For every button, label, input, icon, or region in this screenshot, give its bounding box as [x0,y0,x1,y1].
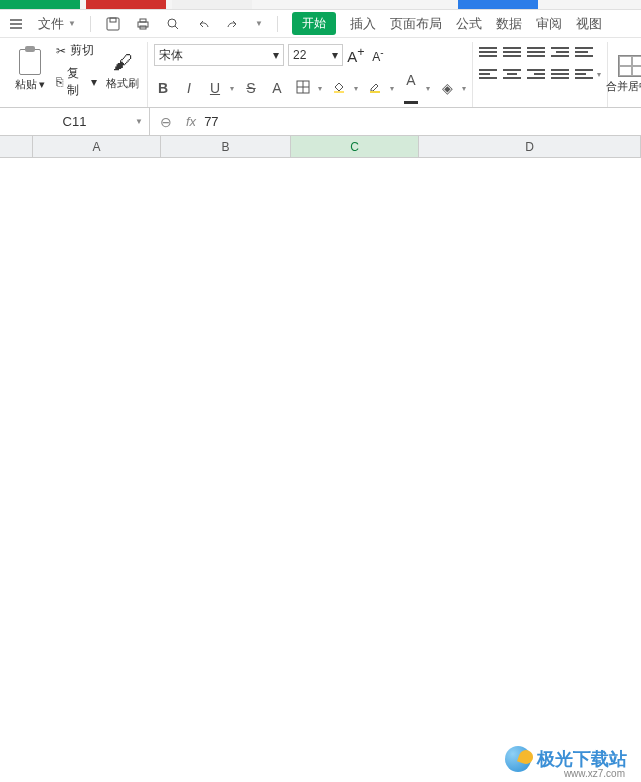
svg-rect-0 [107,18,119,30]
column-header-B[interactable]: B [161,136,291,158]
text-format-button[interactable]: A [268,80,286,96]
document-tabs [0,0,641,10]
merge-center-button[interactable]: 合并居中▾ [606,79,641,94]
menu-review[interactable]: 审阅 [536,15,562,33]
column-header-A[interactable]: A [33,136,161,158]
indent-decrease-button[interactable] [575,44,593,60]
menubar: 文件 ▼ ▼ 开始 插入 页面布局 公式 数据 审阅 视图 [0,10,641,38]
strikethrough-button[interactable]: S [242,80,260,96]
wrap-text-button[interactable] [575,66,593,82]
svg-rect-1 [110,18,116,22]
print-icon[interactable] [135,16,151,32]
svg-point-5 [168,19,176,27]
svg-rect-8 [370,91,380,93]
file-menu[interactable]: 文件 ▼ [38,15,76,33]
zoom-icon[interactable]: ⊖ [160,114,172,130]
clear-format-button[interactable]: ◈ [438,80,456,96]
start-tab[interactable]: 开始 [292,12,336,35]
decrease-font-button[interactable]: A- [369,47,387,64]
highlight-color-button[interactable] [366,79,384,98]
chevron-down-icon: ▼ [68,19,76,28]
chevron-down-icon: ▼ [255,19,263,28]
formula-bar: C11 ▼ ⊖ fx 77 [0,108,641,136]
merge-cells-icon [618,55,641,77]
vertical-align-middle-button[interactable] [503,44,521,60]
bold-button[interactable]: B [154,80,172,96]
column-header-D[interactable]: D [419,136,641,158]
copy-button[interactable]: ⎘ 复制▾ [56,65,97,99]
formula-input[interactable]: 77 [204,114,218,129]
save-icon[interactable] [105,16,121,32]
align-justify-button[interactable] [551,66,569,82]
align-center-button[interactable] [503,66,521,82]
indent-increase-button[interactable] [551,44,569,60]
align-left-button[interactable] [479,66,497,82]
watermark: 极光下载站 www.xz7.com [505,746,627,772]
align-right-button[interactable] [527,66,545,82]
toolbar: 粘贴▾ ✂ 剪切 ⎘ 复制▾ 🖌 格式刷 宋体▾ [0,38,641,108]
preview-icon[interactable] [165,16,181,32]
svg-rect-3 [140,19,146,22]
file-label: 文件 [38,15,64,33]
scissors-icon: ✂ [56,44,66,58]
font-name-select[interactable]: 宋体▾ [154,44,284,66]
cut-button[interactable]: ✂ 剪切 [56,42,97,59]
menu-insert[interactable]: 插入 [350,15,376,33]
italic-button[interactable]: I [180,80,198,96]
font-color-button[interactable]: A [402,72,420,104]
hamburger-icon[interactable] [8,16,24,32]
menu-view[interactable]: 视图 [576,15,602,33]
brush-icon: 🖌 [113,51,133,74]
vertical-align-top-button[interactable] [479,44,497,60]
clipboard-icon [19,49,41,75]
menu-data[interactable]: 数据 [496,15,522,33]
font-size-select[interactable]: 22▾ [288,44,343,66]
vertical-align-bottom-button[interactable] [527,44,545,60]
svg-rect-7 [334,91,344,93]
copy-icon: ⎘ [56,75,63,89]
undo-icon[interactable] [195,16,211,32]
menu-formula[interactable]: 公式 [456,15,482,33]
name-box[interactable]: C11 ▼ [0,108,150,135]
fx-icon[interactable]: fx [186,114,196,129]
spreadsheet-grid[interactable]: ABCD4567891011121314151617181920212223李木… [0,136,641,737]
menu-page-layout[interactable]: 页面布局 [390,15,442,33]
increase-font-button[interactable]: A+ [347,45,365,65]
redo-icon[interactable] [225,16,241,32]
border-button[interactable] [294,79,312,98]
column-header-C[interactable]: C [291,136,419,158]
watermark-logo-icon [505,746,531,772]
chevron-down-icon: ▼ [135,117,143,126]
select-all-corner[interactable] [0,136,33,158]
fill-color-button[interactable] [330,79,348,98]
format-painter-button[interactable]: 🖌 格式刷 [105,42,141,99]
paste-button[interactable]: 粘贴▾ [12,42,48,99]
underline-button[interactable]: U [206,80,224,96]
